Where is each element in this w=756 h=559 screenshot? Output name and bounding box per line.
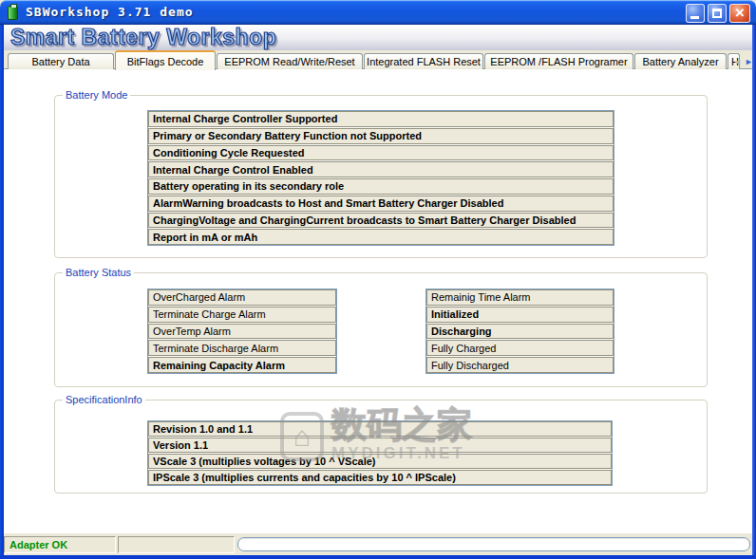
battery-mode-row: ChargingVoltage and ChargingCurrent broa… — [148, 213, 614, 229]
tab-battery-data[interactable]: Battery Data — [8, 53, 114, 69]
window-title: SBWorkshop 3.71 demo — [26, 0, 194, 25]
group-battery-status-label: Battery Status — [63, 266, 134, 279]
specification-info-row: Revision 1.0 and 1.1 — [148, 421, 612, 437]
tab-label: EEPROM /FLASH Programer — [490, 56, 627, 67]
tab-label: BitFlags Decode — [127, 56, 204, 67]
battery-mode-row: Conditioning Cycle Requested — [148, 145, 614, 161]
battery-status-row: Terminate Discharge Alarm — [148, 340, 336, 356]
battery-status-row: Remainig Time Alarm — [426, 289, 614, 306]
tab-eeprom-read-write-reset[interactable]: EEPROM Read/Write/Reset — [217, 53, 363, 69]
tab-battery-analyzer[interactable]: Battery Analyzer — [634, 53, 727, 69]
battery-status-row: Fully Discharged — [426, 357, 614, 373]
group-specification-info-label: SpecificationInfo — [63, 393, 145, 406]
window-titlebar: SBWorkshop 3.71 demo ✕ — [0, 0, 756, 25]
battery-status-row: Fully Charged — [426, 340, 614, 356]
logo-banner: Smart Battery Workshop — [4, 25, 752, 50]
specification-info-row: IPScale 3 (multiplies currents and capac… — [148, 470, 612, 485]
close-button[interactable]: ✕ — [729, 4, 750, 23]
window-border-right — [752, 25, 756, 559]
status-bar: Adapter OK — [4, 533, 752, 555]
battery-mode-row: Battery operating in its secondary role — [148, 178, 614, 195]
tab-label: Battery Analyzer — [642, 56, 718, 67]
window-border-left — [0, 25, 4, 559]
status-panel-empty — [118, 536, 235, 553]
battery-status-right-table: Remainig Time Alarm Initialized Discharg… — [425, 289, 614, 374]
specification-info-row: Version 1.1 — [148, 438, 612, 453]
battery-icon — [8, 6, 18, 20]
specification-info-row: VScale 3 (multiplies voltages by 10 ^ VS… — [148, 454, 612, 469]
battery-mode-row: AlarmWarning broadcasts to Host and Smar… — [148, 196, 614, 212]
group-battery-mode-label: Battery Mode — [63, 88, 130, 102]
battery-mode-row: Internal Charge Controller Supported — [148, 111, 614, 127]
adapter-status-text: Adapter OK — [5, 537, 115, 552]
battery-status-row: Terminate Charge Alarm — [148, 307, 336, 323]
status-panel-adapter: Adapter OK — [4, 536, 116, 553]
minimize-button[interactable] — [686, 4, 705, 23]
battery-status-row: Discharging — [426, 324, 614, 340]
battery-mode-row: Internal Charge Control Enabled — [148, 161, 614, 177]
tab-scroll-left-button[interactable]: ◄ — [732, 56, 743, 68]
battery-status-row: OverTemp Alarm — [148, 324, 336, 340]
battery-status-row: OverCharged Alarm — [148, 289, 336, 306]
tab-page-bitflags-decode: Battery Mode Internal Charge Controller … — [4, 69, 752, 533]
window-border-bottom — [0, 555, 756, 559]
app-logo-text: Smart Battery Workshop — [10, 25, 752, 49]
tab-eeprom-flash-programer[interactable]: EEPROM /FLASH Programer — [484, 53, 633, 69]
close-icon: ✕ — [735, 6, 746, 20]
tab-label: Integrated FLASH Reset — [367, 56, 481, 67]
tab-label: EEPROM Read/Write/Reset — [224, 56, 354, 67]
battery-status-left-table: OverCharged Alarm Terminate Charge Alarm… — [147, 289, 337, 374]
minimize-icon — [690, 16, 699, 19]
specification-info-table: Revision 1.0 and 1.1 Version 1.1 VScale … — [147, 420, 613, 486]
status-progress-field — [237, 537, 750, 551]
battery-mode-row: Primary or Secondary Battery Function no… — [148, 128, 614, 144]
tab-strip: Battery Data BitFlags Decode EEPROM Read… — [4, 50, 752, 69]
tab-integrated-flash-reset[interactable]: Integrated FLASH Reset — [364, 53, 483, 69]
battery-mode-row: Report in mA or mAh — [148, 229, 614, 245]
maximize-button[interactable] — [708, 4, 727, 23]
battery-status-row: Remaining Capacity Alarm — [148, 357, 336, 373]
tab-bitflags-decode[interactable]: BitFlags Decode — [115, 50, 216, 70]
maximize-icon — [712, 9, 722, 18]
battery-status-row: Initialized — [426, 307, 614, 323]
tab-label: Battery Data — [31, 56, 89, 67]
battery-mode-table: Internal Charge Controller Supported Pri… — [147, 110, 614, 246]
